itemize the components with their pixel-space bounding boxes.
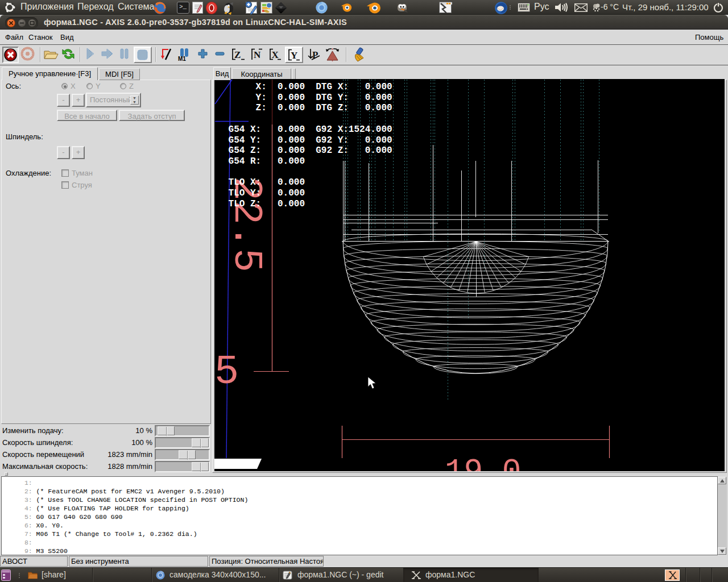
svg-text:Z: Z xyxy=(234,49,241,60)
svg-text:P: P xyxy=(312,49,318,60)
svg-text:X: X xyxy=(272,49,279,60)
svg-text:N: N xyxy=(254,49,261,60)
svg-text:M1: M1 xyxy=(178,56,186,62)
svg-text:Y: Y xyxy=(291,50,297,61)
svg-text:5: 5 xyxy=(214,349,239,396)
svg-text:19.0: 19.0 xyxy=(445,454,521,471)
